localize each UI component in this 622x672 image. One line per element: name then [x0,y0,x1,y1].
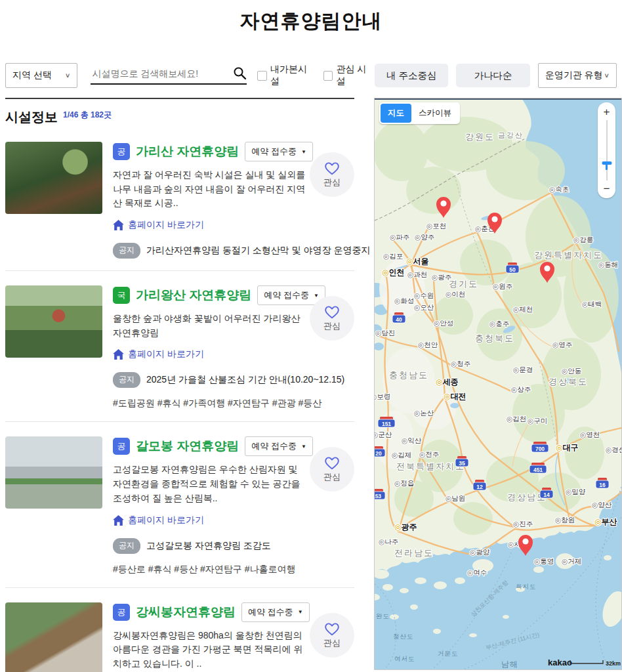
search-box [91,66,247,85]
reservation-status-dropdown[interactable]: 예약 접수중▼ [241,602,310,622]
homepage-link[interactable]: 홈페이지 바로가기 [113,219,204,231]
favorite-button[interactable]: 관심 [310,296,354,341]
scale-label: 32km [606,660,621,667]
map-panel[interactable]: 강원도금강산경기도강원특별자치도충청북도충청남도경상북도전북특별자치도경상남도전… [374,98,622,670]
zoom-slider[interactable] [598,120,615,180]
reservation-status-label: 예약 접수중 [251,146,297,158]
city-label: ◎속초 [549,185,569,193]
home-icon [113,349,124,360]
homepage-link-label: 홈페이지 바로가기 [128,514,204,526]
list-title: 시설정보 [5,108,58,126]
city-label: ◎제천 [513,305,533,313]
map-view-button[interactable]: 지도 [381,104,411,123]
city-label: ◎남원 [446,494,465,502]
chevron-down-icon: ∨ [604,72,610,79]
city-label: ◎광양 [470,548,490,556]
notice-text[interactable]: 가리산자연휴양림 동절기 소형산막 및 야영장 운영중지 [146,245,370,257]
alphabetical-sort-button[interactable]: 가나다순 [456,64,529,87]
facility-list: 시설정보 1/46 총 182곳 공 가리산 자연휴양림 예약 접수중▼ 자연과… [5,98,354,672]
facility-name[interactable]: 갈모봉 자연휴양림 [136,438,239,455]
korea-map[interactable]: 강원도금강산경기도강원특별자치도충청북도충청남도경상북도전북특별자치도경상남도전… [375,98,621,669]
zoom-out-button[interactable]: − [598,180,615,197]
major-city-label: ◎서울 [406,257,428,266]
zoom-in-button[interactable]: + [598,104,615,120]
search-icon[interactable] [233,66,247,80]
address-center-button[interactable]: 내 주소중심 [375,64,448,87]
favorite-button[interactable]: 관심 [310,447,354,492]
sea-label: 욕지도 [516,583,537,590]
svg-text:16: 16 [599,482,606,488]
facility-type-badge: 공 [113,143,130,160]
visited-checkbox[interactable]: 내가본시설 [257,64,315,87]
city-label: ◎화성 [394,297,414,304]
reservation-status-label: 예약 접수중 [251,440,297,452]
facility-card: 공 갈모봉 자연휴양림 예약 접수중▼ 고성갈모봉 자연휴양림은 우수한 산림자… [5,422,354,587]
homepage-link-label: 홈페이지 바로가기 [128,348,204,360]
city-label: ◎정읍 [394,479,414,487]
svg-text:40: 40 [396,316,402,323]
skyview-button[interactable]: 스카이뷰 [411,104,459,123]
city-label: ◎영천 [580,430,600,438]
province-label: 충청북도 [475,333,514,343]
facility-thumbnail[interactable] [5,602,102,672]
svg-text:14: 14 [543,492,550,498]
notice-text[interactable]: 2025년 가을철 산불조심 기간 안내(10.20~12.15) [146,374,344,386]
city-label: ◎영주 [552,341,572,348]
province-label: 전라남도 [394,548,434,558]
homepage-link[interactable]: 홈페이지 바로가기 [113,348,204,360]
city-label: ◎동해 [598,261,618,268]
visited-checkbox-input[interactable] [257,71,267,81]
homepage-link[interactable]: 홈페이지 바로가기 [113,514,204,526]
caret-down-icon: ▼ [301,149,306,155]
facility-thumbnail[interactable] [5,285,102,358]
kakao-logo: kakao [548,658,572,667]
notice-text[interactable]: 고성갈모봉 자연휴양림 조감도 [146,540,271,552]
search-input[interactable] [91,68,233,79]
city-label: ◎양주 [415,233,434,241]
highway-shield: 14 [540,488,553,498]
region-select[interactable]: 지역 선택 ∨ [5,63,77,88]
map-zoom-control: + − [598,102,615,198]
page-title: 자연휴양림안내 [0,0,622,35]
reservation-status-label: 예약 접수중 [264,289,309,301]
operator-type-select[interactable]: 운영기관 유형 ∨ [538,63,617,88]
svg-text:153: 153 [375,493,381,499]
reservation-status-dropdown[interactable]: 예약 접수중▼ [257,285,325,305]
facility-thumbnail[interactable] [5,436,102,509]
facility-name[interactable]: 가리산 자연휴양림 [136,143,239,160]
city-label: ◎보령 [375,392,390,400]
zoom-slider-handle[interactable] [602,161,612,165]
city-label: ◎밀양 [566,488,586,495]
map-top-border [375,98,621,100]
facility-name[interactable]: 가리왕산 자연휴양림 [136,287,251,304]
facility-thumbnail[interactable] [5,142,102,214]
province-label: 경상북도 [549,377,588,387]
city-label: ◎통영 [534,557,554,565]
city-label: ◎이천 [446,290,465,298]
province-label: 전북특별자치도 [396,461,465,471]
heart-icon [324,304,340,319]
svg-text:12: 12 [476,484,483,490]
sea-label: 거문도 [438,650,459,657]
reservation-status-dropdown[interactable]: 예약 접수중▼ [245,436,313,456]
major-city-label: ◎부산 [594,517,617,526]
city-label: ◎익산 [402,436,422,444]
favorite-button[interactable]: 관심 [310,152,354,197]
favorite-button[interactable]: 관심 [310,613,354,658]
reservation-status-dropdown[interactable]: 예약 접수중▼ [245,142,313,161]
facility-name[interactable]: 강씨봉자연휴양림 [136,604,236,621]
svg-text:151: 151 [382,421,391,427]
svg-text:35: 35 [459,460,465,467]
svg-text:700: 700 [535,446,545,452]
city-label: ◎안동 [562,367,581,375]
favorite-button-label: 관심 [323,177,341,188]
city-label: ◎진주 [513,520,533,528]
city-label: ◎안성 [434,319,453,327]
highway-shield: 700 [531,442,549,452]
svg-text:50: 50 [509,266,516,273]
favorite-checkbox[interactable]: 관심 시설 [323,64,375,87]
favorite-button-label: 관심 [323,637,341,649]
facility-card: 공 강씨봉자연휴양림 예약 접수중▼ 강씨봉자연휴양림은 980ha의 울창한 … [5,588,354,672]
favorite-checkbox-input[interactable] [323,71,333,81]
city-label: ◎태백 [582,300,602,308]
